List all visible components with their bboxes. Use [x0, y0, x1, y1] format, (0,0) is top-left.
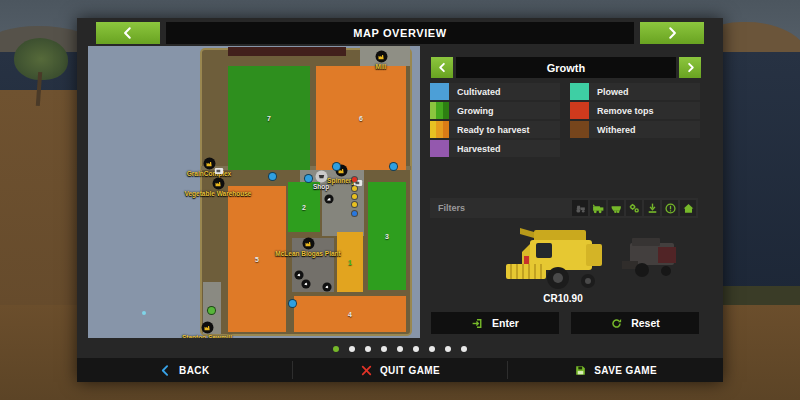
back-chevron-icon	[159, 364, 172, 377]
pagination-dot[interactable]	[429, 346, 435, 352]
map-poi-white	[301, 275, 311, 285]
pagination-dot[interactable]	[461, 346, 467, 352]
map-area-factory-strip	[228, 47, 346, 56]
reset-label: Reset	[631, 317, 660, 329]
field-number: 7	[267, 115, 271, 122]
filters-bar: Filters	[430, 198, 698, 218]
map-canvas[interactable]: 7623154MillGrainComplexVegetable Warehou…	[88, 46, 420, 338]
pagination-dot[interactable]	[365, 346, 371, 352]
quit-label: QUIT GAME	[380, 365, 440, 376]
field-number: 5	[255, 256, 259, 263]
map-place-label: Mill	[346, 63, 416, 70]
prev-page-button[interactable]	[96, 22, 160, 44]
map-place-label: McLean Biogas Plant	[273, 250, 343, 257]
map-marker-green	[208, 307, 215, 314]
map-poi-badge	[214, 162, 224, 172]
legend-item: Cultivated	[430, 83, 560, 100]
legend-item: Withered	[570, 121, 700, 138]
field-number: 4	[348, 311, 352, 318]
legend-swatch	[430, 102, 449, 119]
pagination-dot[interactable]	[381, 346, 387, 352]
filter-download-button[interactable]	[644, 200, 660, 216]
legend-swatch	[570, 102, 589, 119]
house-icon	[682, 202, 695, 215]
growth-panel-title: Growth	[456, 57, 676, 78]
map-marker-blue	[390, 163, 397, 170]
enter-button[interactable]: Enter	[431, 312, 559, 334]
growth-legend-left: CultivatedGrowingReady to harvestHarvest…	[430, 83, 560, 159]
map-marker-water	[142, 311, 146, 315]
map-place-label: Vegetable Warehouse	[183, 190, 253, 197]
map-place-icon	[315, 170, 328, 183]
legend-item: Harvested	[430, 140, 560, 157]
map-vehicle-dot	[352, 194, 357, 199]
legend-item: Ready to harvest	[430, 121, 560, 138]
trailer-icon	[610, 202, 623, 215]
pagination-dot[interactable]	[397, 346, 403, 352]
back-button[interactable]: BACK	[77, 358, 292, 382]
map-vehicle-dot	[352, 177, 357, 182]
save-game-button[interactable]: SAVE GAME	[508, 358, 723, 382]
chevron-left-icon	[437, 62, 448, 73]
harvester-icon	[592, 202, 605, 215]
map-poi-bird	[324, 190, 334, 200]
pagination-dot[interactable]	[349, 346, 355, 352]
download-icon	[646, 202, 659, 215]
map-place-label: GrainComplex	[174, 170, 244, 177]
page-title: MAP OVERVIEW	[166, 22, 634, 44]
pagination-dot[interactable]	[413, 346, 419, 352]
pagination-dot[interactable]	[333, 346, 339, 352]
field-number: 1	[348, 259, 352, 266]
reset-button[interactable]: Reset	[571, 312, 699, 334]
growth-legend-right: PlowedRemove topsWithered	[570, 83, 700, 140]
map-place-icon	[302, 237, 315, 250]
reset-icon	[610, 317, 623, 330]
legend-swatch	[430, 83, 449, 100]
next-page-button[interactable]	[640, 22, 704, 44]
map-marker-blue	[269, 173, 276, 180]
legend-swatch	[570, 121, 589, 138]
map-field-7: 7	[228, 66, 310, 170]
filter-trailer-button[interactable]	[608, 200, 624, 216]
map-vehicle-dot	[352, 186, 357, 191]
growth-prev-button[interactable]	[431, 57, 453, 78]
legend-item: Growing	[430, 102, 560, 119]
quit-game-button[interactable]: QUIT GAME	[293, 358, 508, 382]
map-marker-blue	[289, 300, 296, 307]
chevron-right-icon	[665, 26, 679, 40]
filter-gears-button[interactable]	[626, 200, 642, 216]
tractor-icon	[574, 202, 587, 215]
field-number: 2	[302, 204, 306, 211]
enter-icon	[471, 317, 484, 330]
vehicle-preview-next[interactable]	[618, 233, 688, 281]
legend-item: Remove tops	[570, 102, 700, 119]
enter-label: Enter	[492, 317, 519, 329]
filter-harvester-button[interactable]	[590, 200, 606, 216]
save-floppy-icon	[574, 364, 587, 377]
warning-icon	[664, 202, 677, 215]
map-field-3: 3	[368, 182, 406, 290]
factory-icon	[375, 50, 388, 63]
map-vehicle-dot	[352, 211, 357, 216]
legend-item: Plowed	[570, 83, 700, 100]
legend-label: Remove tops	[589, 106, 654, 116]
pagination-dot[interactable]	[445, 346, 451, 352]
legend-swatch	[430, 140, 449, 157]
filters-label: Filters	[430, 203, 572, 213]
growth-next-button[interactable]	[679, 57, 701, 78]
chevron-left-icon	[121, 26, 135, 40]
bottom-menu-bar: BACK QUIT GAME SAVE GAME	[77, 358, 723, 382]
map-marker-blue	[305, 175, 312, 182]
filter-tractor-button[interactable]	[572, 200, 588, 216]
gears-icon	[628, 202, 641, 215]
filter-icon-group	[572, 200, 698, 216]
quit-x-icon	[360, 364, 373, 377]
filter-warning-button[interactable]	[662, 200, 678, 216]
vehicle-preview-current[interactable]	[500, 222, 620, 297]
vehicle-name: CR10.90	[513, 293, 613, 304]
filter-house-button[interactable]	[680, 200, 696, 216]
map-marker-blue	[333, 163, 340, 170]
legend-label: Withered	[589, 125, 635, 135]
shop-icon	[315, 170, 328, 183]
legend-label: Ready to harvest	[449, 125, 530, 135]
